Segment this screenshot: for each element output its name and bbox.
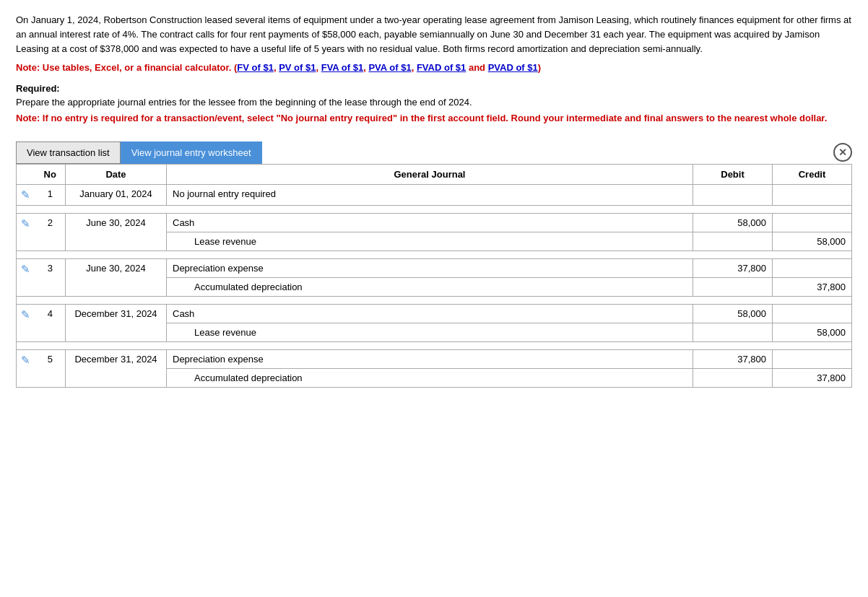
intro-paragraph: On January 1, 2024, Robertson Constructi… <box>16 13 852 56</box>
required-section: Required: Prepare the appropriate journa… <box>16 83 852 126</box>
row-number: 1 <box>35 184 66 205</box>
row-number: 3 <box>35 258 66 296</box>
note-line: Note: Use tables, Excel, or a financial … <box>16 62 852 73</box>
edit-icon-cell[interactable]: ✎ <box>17 304 35 341</box>
edit-icon-cell[interactable]: ✎ <box>17 213 35 250</box>
view-transaction-list-tab[interactable]: View transaction list <box>16 141 121 164</box>
edit-icon-cell[interactable]: ✎ <box>17 349 35 387</box>
pvad-link[interactable]: PVAD of $1 <box>488 62 538 73</box>
pencil-icon[interactable]: ✎ <box>21 188 30 201</box>
row-number: 5 <box>35 349 66 387</box>
fv-link[interactable]: FV of $1 <box>237 62 274 73</box>
debit-value <box>693 184 773 205</box>
close-btn-wrap: ✕ <box>833 143 852 162</box>
journal-table-container: View transaction list View journal entry… <box>16 141 852 388</box>
row-date: December 31, 2024 <box>66 349 167 387</box>
credit-value: 58,000 <box>773 232 852 250</box>
spacer-row <box>17 296 852 304</box>
edit-icon-cell[interactable]: ✎ <box>17 184 35 205</box>
account-entry: Accumulated depreciation <box>167 277 693 296</box>
account-entry: Depreciation expense <box>167 349 693 368</box>
close-button[interactable]: ✕ <box>833 143 852 162</box>
pva-link[interactable]: PVA of $1 <box>368 62 411 73</box>
required-label: Required: <box>16 83 852 94</box>
edit-icon-cell[interactable]: ✎ <box>17 258 35 296</box>
journal-table: No Date General Journal Debit Credit ✎1J… <box>16 164 852 388</box>
account-entry: No journal entry required <box>167 184 693 205</box>
row-date: January 01, 2024 <box>66 184 167 205</box>
pencil-icon[interactable]: ✎ <box>21 263 30 275</box>
credit-value <box>773 258 852 277</box>
th-credit: Credit <box>773 164 852 184</box>
account-entry: Depreciation expense <box>167 258 693 277</box>
credit-value: 37,800 <box>773 277 852 296</box>
pencil-icon[interactable]: ✎ <box>21 308 30 321</box>
credit-value: 58,000 <box>773 323 852 341</box>
debit-value: 37,800 <box>693 349 773 368</box>
spacer-row <box>17 341 852 349</box>
account-entry: Lease revenue <box>167 232 693 250</box>
debit-value: 58,000 <box>693 213 773 232</box>
fvad-link[interactable]: FVAD of $1 <box>417 62 466 73</box>
th-debit: Debit <box>693 164 773 184</box>
note-label: Note: Use tables, Excel, or a financial … <box>16 62 231 73</box>
debit-value: 58,000 <box>693 304 773 323</box>
credit-value <box>773 184 852 205</box>
debit-value <box>693 368 773 387</box>
row-number: 4 <box>35 304 66 341</box>
account-entry: Lease revenue <box>167 323 693 341</box>
th-icon <box>17 164 35 184</box>
view-journal-worksheet-tab[interactable]: View journal entry worksheet <box>121 141 262 164</box>
debit-value <box>693 232 773 250</box>
credit-value: 37,800 <box>773 368 852 387</box>
credit-value <box>773 349 852 368</box>
pv-link[interactable]: PV of $1 <box>279 62 316 73</box>
spacer-row <box>17 205 852 213</box>
row-date: June 30, 2024 <box>66 213 167 250</box>
account-entry: Accumulated depreciation <box>167 368 693 387</box>
required-text: Prepare the appropriate journal entries … <box>16 97 852 108</box>
tab-row: View transaction list View journal entry… <box>16 141 852 164</box>
intro-text: On January 1, 2024, Robertson Constructi… <box>16 14 851 54</box>
row-date: December 31, 2024 <box>66 304 167 341</box>
pencil-icon[interactable]: ✎ <box>21 354 30 366</box>
debit-value: 37,800 <box>693 258 773 277</box>
row-number: 2 <box>35 213 66 250</box>
row-date: June 30, 2024 <box>66 258 167 296</box>
debit-value <box>693 323 773 341</box>
credit-value <box>773 304 852 323</box>
account-entry: Cash <box>167 213 693 232</box>
required-note: Note: If no entry is required for a tran… <box>16 111 852 126</box>
th-no: No <box>35 164 66 184</box>
th-date: Date <box>66 164 167 184</box>
debit-value <box>693 277 773 296</box>
credit-value <box>773 213 852 232</box>
pencil-icon[interactable]: ✎ <box>21 217 30 230</box>
th-general-journal: General Journal <box>167 164 693 184</box>
fva-link[interactable]: FVA of $1 <box>321 62 364 73</box>
account-entry: Cash <box>167 304 693 323</box>
spacer-row <box>17 250 852 258</box>
